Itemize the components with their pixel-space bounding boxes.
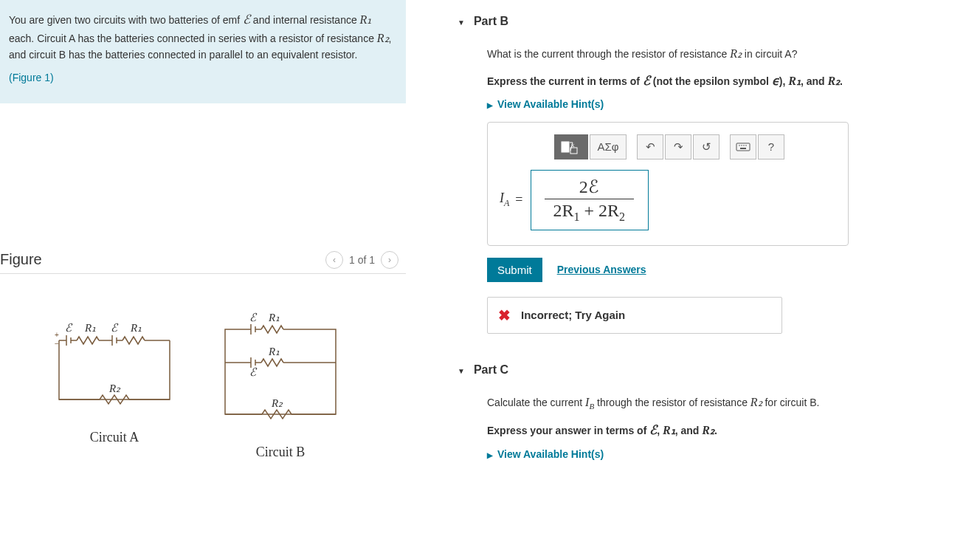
svg-rect-28 [562,142,569,152]
circuit-b-label: Circuit B [207,445,354,460]
incorrect-icon: ✖ [498,306,511,324]
hints-toggle[interactable]: View Available Hint(s) [487,448,980,460]
part-c-section: Part C Calculate the current IB through … [458,363,980,460]
part-c-title: Part C [474,363,508,377]
part-c-instruction: Express your answer in terms of ℰ, R₁, a… [487,420,980,440]
figure-prev-button[interactable]: ‹ [325,251,343,269]
problem-text: and internal resistance [250,14,360,26]
problem-statement: You are given two circuits with two batt… [0,0,406,103]
figure-next-button[interactable]: › [381,251,398,269]
svg-text:R₂: R₂ [271,397,283,409]
answer-input[interactable]: 2ℰ 2R1 + 2R2 [531,170,649,230]
svg-point-35 [745,145,747,146]
svg-text:R₁: R₁ [268,312,280,323]
collapse-icon [458,363,465,377]
help-button[interactable]: ? [758,134,784,159]
figure-pager: ‹ 1 of 1 › [325,251,398,269]
feedback-box: ✖ Incorrect; Try Again [487,297,782,334]
figure-area: ℰR₁ ℰR₁ R₂ +− Circuit A [0,274,406,460]
svg-point-33 [741,145,742,146]
svg-text:ℰ: ℰ [249,312,258,323]
svg-text:R₁: R₁ [268,346,280,357]
svg-text:ℰ: ℰ [111,322,119,334]
part-b-instruction: Express the current in terms of ℰ (not t… [487,71,980,91]
undo-button[interactable]: ↶ [637,134,663,159]
greek-button[interactable]: ΑΣφ [590,134,627,159]
submit-button[interactable]: Submit [487,258,542,282]
svg-rect-31 [736,143,750,151]
part-b-title: Part B [474,15,508,28]
svg-text:R₂: R₂ [108,383,121,394]
svg-text:−: − [55,340,59,348]
svg-rect-36 [740,148,746,149]
answer-lhs: IA [500,191,509,209]
equals-sign: = [515,192,522,207]
figure-page-indicator: 1 of 1 [349,254,375,266]
figure-header: Figure ‹ 1 of 1 › [0,251,406,274]
collapse-icon [458,15,465,28]
svg-point-34 [743,145,745,146]
figure-link[interactable]: (Figure 1) [9,72,54,83]
circuit-a-diagram: ℰR₁ ℰR₁ R₂ +− Circuit A [44,311,184,460]
problem-text: You are given two circuits with two batt… [9,14,243,26]
answer-panel: x ΑΣφ ↶ ↷ ↺ ? IA [487,122,849,246]
part-b-question: What is the current through the resistor… [487,44,980,64]
previous-answers-link[interactable]: Previous Answers [557,264,646,275]
circuit-a-label: Circuit A [44,430,184,445]
symbol-r2: R₂ [377,32,389,44]
hints-toggle[interactable]: View Available Hint(s) [487,98,980,110]
keyboard-button[interactable] [730,134,756,159]
feedback-text: Incorrect; Try Again [521,309,625,321]
symbol-r1: R₁ [360,13,372,26]
figure-title: Figure [0,251,42,268]
svg-text:ℰ: ℰ [65,322,73,334]
chevron-right-icon [487,448,493,460]
problem-text: each. Circuit A has the batteries connec… [9,32,377,44]
chevron-right-icon [487,98,493,110]
svg-text:R₁: R₁ [84,322,96,334]
svg-point-32 [739,145,740,146]
equation-toolbar: x ΑΣφ ↶ ↷ ↺ ? [554,134,833,159]
svg-rect-30 [570,148,577,154]
part-c-question: Calculate the current IB through the res… [487,393,980,414]
redo-button[interactable]: ↷ [665,134,691,159]
svg-text:+: + [55,331,59,339]
svg-text:R₁: R₁ [130,322,142,334]
reset-button[interactable]: ↺ [693,134,720,159]
part-c-header[interactable]: Part C [458,363,980,380]
part-b-header[interactable]: Part B [458,15,980,31]
circuit-b-diagram: ℰR₁ R₁ ℰ R₂ Circuit B [207,311,354,460]
part-b-section: Part B What is the current through the r… [458,15,980,334]
svg-text:ℰ: ℰ [249,366,258,378]
templates-button[interactable]: x [554,134,588,159]
symbol-emf: ℰ [243,13,250,27]
